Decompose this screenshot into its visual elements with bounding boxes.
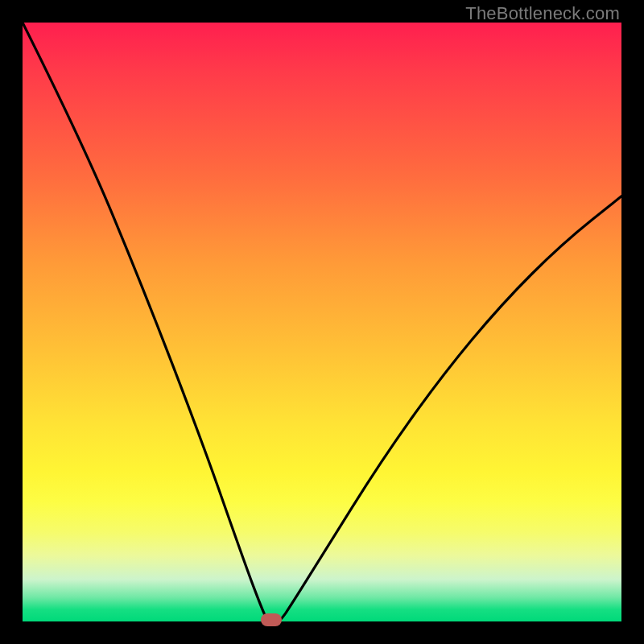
bottleneck-curve — [23, 23, 621, 621]
curve-path — [23, 23, 621, 621]
watermark-text: TheBottleneck.com — [465, 3, 620, 24]
chart-frame: TheBottleneck.com — [0, 0, 644, 644]
plot-area — [23, 23, 621, 621]
optimal-marker — [261, 613, 282, 626]
